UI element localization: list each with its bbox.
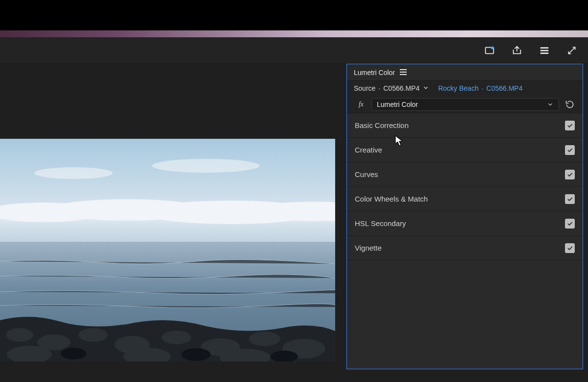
- reset-icon[interactable]: [564, 100, 576, 109]
- section-label: Color Wheels & Match: [355, 195, 428, 203]
- top-toolbar: [0, 37, 588, 64]
- fx-icon[interactable]: fx: [356, 101, 367, 108]
- effect-row: fx Lumetri Color: [347, 96, 583, 113]
- source-prefix: Source: [354, 84, 375, 92]
- app-stage: Lumetri Color Source · C0566.MP4 Rocky B…: [0, 0, 588, 382]
- sequence-clip[interactable]: C0566.MP4: [487, 84, 523, 92]
- section-checkbox[interactable]: [565, 121, 575, 130]
- panel-menu-icon[interactable]: [539, 45, 550, 56]
- svg-point-23: [181, 348, 211, 361]
- section-curves[interactable]: Curves: [347, 162, 583, 187]
- source-file: C0566.MP4: [383, 84, 419, 92]
- svg-point-15: [162, 331, 191, 344]
- section-checkbox[interactable]: [565, 145, 575, 155]
- export-icon[interactable]: [512, 45, 522, 56]
- sequence-name[interactable]: Rocky Beach: [438, 84, 478, 92]
- lumetri-color-panel: Lumetri Color Source · C0566.MP4 Rocky B…: [346, 64, 583, 369]
- section-basic-correction[interactable]: Basic Correction: [347, 113, 583, 138]
- program-monitor-preview: [0, 139, 335, 361]
- section-creative[interactable]: Creative: [347, 138, 583, 162]
- section-checkbox[interactable]: [565, 194, 575, 204]
- section-checkbox[interactable]: [565, 243, 575, 253]
- svg-point-17: [249, 331, 280, 346]
- effect-dropdown-label: Lumetri Color: [377, 101, 418, 108]
- panel-header[interactable]: Lumetri Color: [347, 64, 583, 81]
- panel-title: Lumetri Color: [354, 69, 395, 76]
- section-vignette[interactable]: Vignette: [347, 236, 583, 260]
- window-accent-bar: [0, 30, 588, 37]
- section-checkbox[interactable]: [565, 170, 575, 179]
- svg-point-1: [491, 46, 494, 49]
- maximize-icon[interactable]: [566, 45, 577, 56]
- chevron-down-icon[interactable]: [422, 84, 429, 93]
- section-label: Curves: [355, 170, 378, 178]
- section-color-wheels-match[interactable]: Color Wheels & Match: [347, 187, 583, 211]
- svg-point-8: [34, 167, 113, 179]
- svg-point-11: [6, 328, 33, 342]
- dot-separator-2: ·: [482, 84, 484, 92]
- panel-menu-small-icon[interactable]: [400, 68, 407, 77]
- svg-point-22: [61, 348, 86, 359]
- dot-separator: ·: [378, 84, 380, 92]
- section-label: HSL Secondary: [355, 219, 406, 228]
- source-breadcrumb: Source · C0566.MP4 Rocky Beach · C0566.M…: [347, 81, 583, 96]
- section-hsl-secondary[interactable]: HSL Secondary: [347, 211, 583, 236]
- svg-point-9: [152, 159, 260, 173]
- section-label: Creative: [355, 146, 382, 154]
- section-label: Basic Correction: [355, 121, 409, 129]
- full-screen-toggle-icon[interactable]: [484, 45, 495, 56]
- section-checkbox[interactable]: [565, 219, 575, 229]
- svg-point-13: [78, 328, 108, 342]
- sections-list: Basic CorrectionCreativeCurvesColor Whee…: [347, 113, 583, 260]
- section-label: Vignette: [355, 244, 382, 252]
- effect-dropdown[interactable]: Lumetri Color: [371, 98, 559, 111]
